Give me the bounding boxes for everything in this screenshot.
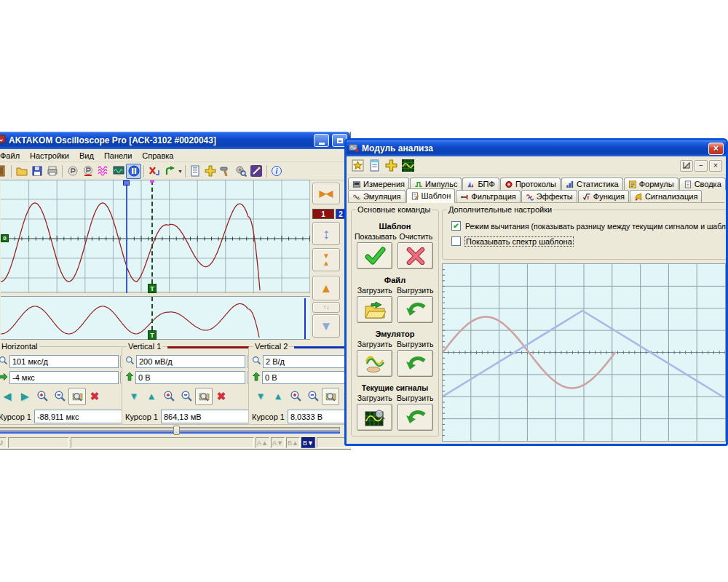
close-panel-button[interactable]: × (709, 160, 722, 172)
load-current-signal-button[interactable] (357, 404, 392, 431)
checkbox-unchecked[interactable] (451, 236, 461, 246)
show-spectrum-label[interactable]: Показывать спектр шаблона (465, 237, 573, 246)
zoom-in-button[interactable] (160, 388, 178, 405)
panel-document-icon[interactable] (188, 164, 203, 179)
hcursor-combobox[interactable]: -88,911 мкс ▼ (34, 410, 135, 423)
v1cursor-combobox[interactable]: 864,13 мВ ▼ (161, 410, 261, 423)
cursor-line[interactable] (126, 180, 127, 293)
search-settings-icon[interactable] (234, 164, 249, 179)
print-icon[interactable] (44, 164, 60, 179)
waves-icon[interactable] (95, 164, 111, 179)
reset-zoom-button[interactable]: ✖ (213, 388, 230, 405)
load-from-file-button[interactable] (357, 296, 392, 323)
zoom-in-button[interactable] (287, 388, 304, 405)
unload-to-emulator-button[interactable] (397, 350, 433, 377)
show-template-button[interactable] (357, 242, 392, 269)
tab-bpf[interactable]: БПФ (462, 178, 499, 190)
preview-view-edge[interactable] (304, 298, 306, 339)
move-trace-up-button[interactable]: ▲ (312, 276, 340, 300)
info-icon[interactable]: i (269, 164, 285, 179)
tools-icon[interactable] (218, 164, 234, 179)
scope-screen-icon[interactable] (400, 158, 416, 173)
tab-funkciya[interactable]: Функция (578, 190, 629, 202)
horizontal-position-slider[interactable] (0, 426, 343, 436)
measure-cross-icon[interactable] (384, 158, 399, 173)
shrink-trace-button[interactable]: ▼ (252, 388, 269, 405)
expand-vertical-button[interactable]: ↕ (312, 222, 340, 245)
menu-view[interactable]: Вид (74, 151, 99, 160)
menu-panels[interactable]: Панели (99, 151, 137, 160)
center-trace-button[interactable]: ↑↓ (312, 302, 340, 313)
slider-thumb[interactable] (173, 426, 180, 435)
report-icon[interactable] (367, 158, 382, 173)
hoffset-input[interactable] (9, 371, 119, 384)
preview-trigger-flag[interactable]: T (148, 330, 157, 340)
compress-horizontal-button[interactable]: ▶◀ (312, 183, 340, 204)
menu-file[interactable]: Файл (0, 151, 25, 160)
v1offset-input[interactable] (135, 371, 245, 384)
grow-trace-button[interactable]: ▲ (143, 388, 160, 405)
trigger-top-marker[interactable] (150, 180, 154, 183)
tab-emulyaciya[interactable]: Эмуляция (348, 190, 405, 202)
trigger-flag[interactable]: T (148, 284, 157, 293)
favorites-icon[interactable] (350, 158, 365, 173)
pause-button[interactable] (126, 164, 141, 179)
zoom-out-button[interactable] (304, 388, 322, 405)
ground-level-marker[interactable]: 0 (1, 234, 9, 242)
zoom-window-button[interactable] (195, 388, 213, 405)
tab-izmereniya[interactable]: Измерения (348, 178, 409, 190)
clear-signal-icon[interactable] (146, 164, 162, 179)
open-file-icon[interactable] (14, 164, 29, 179)
display-icon[interactable] (111, 164, 126, 179)
zoom-window-button[interactable] (68, 388, 86, 405)
unload-to-file-button[interactable] (397, 296, 433, 323)
zoom-out-button[interactable] (178, 388, 195, 405)
restore-signal-icon[interactable] (162, 164, 177, 179)
cursor-handle[interactable] (123, 180, 130, 186)
signal-preview[interactable]: T (1, 296, 310, 340)
subtract-mode-label[interactable]: Режим вычитания (показывать разницу межд… (465, 222, 728, 231)
minimize-button[interactable] (314, 134, 329, 147)
zoom-in-button[interactable] (33, 388, 51, 405)
tab-effekty[interactable]: Эффекты (521, 190, 577, 202)
checkbox-checked[interactable]: ✔ (451, 221, 461, 231)
zoom-window-button[interactable] (322, 388, 339, 405)
channel-1-badge[interactable]: 1 (312, 209, 334, 219)
hscale-input[interactable] (9, 355, 119, 368)
shrink-trace-button[interactable]: ▼ (125, 388, 143, 405)
scope-display[interactable]: T 0 (1, 180, 310, 292)
close-button[interactable]: × (708, 143, 724, 155)
tab-filtraciya[interactable]: Фильтрация (456, 190, 520, 202)
move-trace-down-button[interactable]: ▼ (312, 314, 340, 338)
unload-current-signal-button[interactable] (397, 404, 433, 431)
tab-protokoly[interactable]: Протоколы (500, 178, 561, 190)
compress-vertical-button[interactable]: ▼▲ (312, 248, 340, 271)
scroll-right-button[interactable]: ▶ (16, 388, 33, 405)
tab-signalizaciya[interactable]: Сигнализация (630, 190, 702, 202)
load-from-emulator-button[interactable] (357, 350, 392, 377)
tab-svodka[interactable]: Сводка (679, 178, 726, 190)
analysis-titlebar[interactable]: Модуль анализа × (347, 140, 726, 156)
measure-cross-icon[interactable] (203, 164, 218, 179)
record-settings-icon[interactable] (80, 164, 95, 179)
v1scale-input[interactable] (136, 355, 245, 368)
tab-statistika[interactable]: Статистика (561, 178, 623, 190)
clear-template-button[interactable] (397, 242, 433, 269)
scroll-left-button[interactable]: ◀ (0, 388, 16, 405)
save-icon[interactable] (29, 164, 44, 179)
chevron-down-icon[interactable]: ▼ (178, 169, 183, 174)
wizard-icon[interactable] (249, 164, 264, 179)
menu-help[interactable]: Справка (137, 151, 178, 160)
menu-settings[interactable]: Настройки (25, 151, 74, 160)
rollup-button[interactable] (680, 160, 693, 172)
grow-trace-button[interactable]: ▲ (269, 388, 287, 405)
tab-formuly[interactable]: Формулы (624, 178, 678, 190)
minimize-button[interactable]: − (695, 160, 708, 172)
record-icon[interactable] (65, 164, 80, 179)
exit-icon[interactable] (0, 164, 9, 179)
template-chart[interactable] (442, 263, 726, 442)
tab-shablon[interactable]: Шаблон (406, 188, 456, 203)
oscilloscope-titlebar[interactable]: AKTAKOM Oscilloscope Pro [АСК-3102 #0020… (0, 132, 350, 149)
zoom-out-button[interactable] (51, 388, 68, 405)
reset-zoom-button[interactable]: ✖ (86, 388, 103, 405)
